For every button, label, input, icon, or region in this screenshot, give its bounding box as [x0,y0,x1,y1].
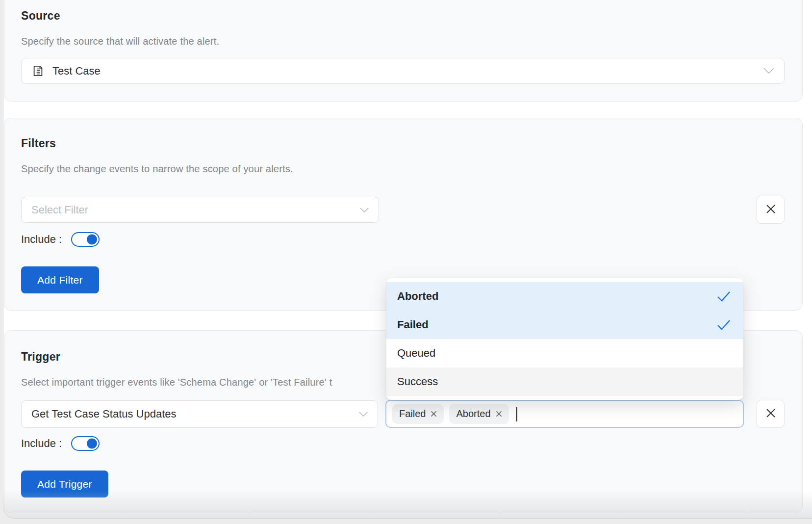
source-title: Source [21,9,785,23]
remove-filter-button[interactable] [757,196,785,224]
source-select-value: Test Case [52,65,101,78]
option-aborted[interactable]: Aborted [386,282,743,311]
filter-select-placeholder: Select Filter [31,204,88,216]
include-label: Include : [21,437,62,450]
status-multiselect-input[interactable]: Failed Aborted [385,400,744,428]
chevron-down-icon [359,410,368,419]
add-trigger-button[interactable]: Add Trigger [21,471,108,498]
trigger-select-value: Get Test Case Status Updates [31,408,177,420]
source-description: Specify the source that will activate th… [21,36,785,47]
add-filter-button[interactable]: Add Filter [21,266,99,293]
tag-label: Aborted [456,408,490,419]
option-failed[interactable]: Failed [386,311,743,339]
source-select[interactable]: Test Case [21,58,785,84]
source-section: Source Specify the source that will acti… [4,0,803,102]
trigger-include-toggle[interactable] [71,436,100,451]
toggle-knob [87,235,97,245]
filters-title: Filters [21,137,785,150]
chevron-down-icon [763,67,774,76]
check-icon [717,319,731,330]
status-options-dropdown: Aborted Failed Queued Success [386,278,743,400]
remove-trigger-button[interactable] [757,400,785,428]
toggle-knob [87,439,97,449]
close-icon [765,203,777,217]
filter-include-toggle[interactable] [71,232,100,247]
test-case-document-icon [31,64,45,78]
chevron-down-icon [360,206,369,214]
filter-select[interactable]: Select Filter [21,197,379,223]
remove-tag-icon[interactable] [496,411,502,417]
tag-label: Failed [399,408,426,419]
remove-tag-icon[interactable] [431,411,437,417]
tag-aborted: Aborted [449,404,508,424]
trigger-select[interactable]: Get Test Case Status Updates [21,400,378,428]
include-label: Include : [21,233,62,246]
tag-failed: Failed [392,404,444,424]
option-queued[interactable]: Queued [386,339,743,367]
close-icon [765,407,777,421]
option-success[interactable]: Success [386,367,743,396]
check-icon [717,291,731,302]
filters-description: Specify the change events to narrow the … [21,163,785,175]
text-cursor [516,407,517,421]
